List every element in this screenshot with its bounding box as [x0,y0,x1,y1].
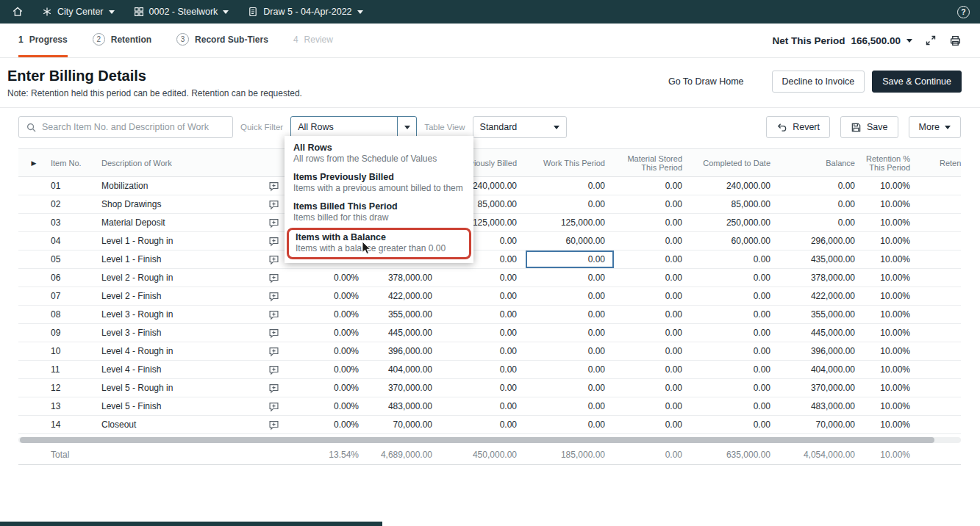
menu-item-items-previously-billed[interactable]: Items Previously Billed Items with a pre… [285,168,473,198]
menu-item-items-with-a-balance[interactable]: Items with a Balance Items with a balanc… [287,228,471,259]
cell-item-no[interactable]: 07 [40,287,99,305]
cell-work-this-period[interactable]: 0.00 [526,269,614,287]
cell-scheduled-value[interactable]: 355,000.00 [368,306,441,323]
cell-description[interactable]: Mobilization [99,177,261,195]
cell-work-this-period[interactable]: 0.00 [526,177,614,195]
cell-balance[interactable]: 435,000.00 [779,251,864,268]
cell-completed-to-date[interactable]: 0.00 [691,361,779,378]
cell-retention-pct[interactable]: 10.00% [864,416,919,433]
cell-balance[interactable]: 396,000.00 [779,342,864,360]
cell-work-this-period[interactable]: 0.00 [526,361,614,378]
cell-material-stored[interactable]: 0.00 [614,397,691,415]
search-box[interactable] [18,116,233,138]
cell-description[interactable]: Level 1 - Finish [99,251,261,268]
cell-item-no[interactable]: 04 [40,232,99,250]
cell-description[interactable]: Level 4 - Rough in [99,342,261,360]
col-header-retention-pct[interactable]: Retention % This Period [864,149,919,176]
cell-pct-complete[interactable]: 0.00% [287,306,368,323]
cell-work-this-period[interactable]: 0.00 [526,379,614,397]
cell-material-stored[interactable]: 0.00 [614,324,691,342]
col-header-work-this-period[interactable]: Work This Period [526,149,614,176]
cell-pct-complete[interactable]: 0.00% [287,361,368,378]
step-retention[interactable]: 2 Retention [93,24,151,57]
cell-item-no[interactable]: 01 [40,177,99,195]
cell-work-this-period[interactable]: 0.00 [526,397,614,415]
decline-to-invoice-button[interactable]: Decline to Invoice [772,71,865,93]
cell-completed-to-date[interactable]: 85,000.00 [691,195,779,213]
help-icon[interactable]: ? [957,6,970,18]
cell-retention-pct[interactable]: 10.00% [864,342,919,360]
col-header-material-stored[interactable]: Material Stored This Period [614,149,691,176]
cell-pct-complete[interactable]: 0.00% [287,287,368,305]
cell-item-no[interactable]: 10 [40,342,99,360]
cell-retention-pct[interactable]: 10.00% [864,306,919,323]
cell-material-stored[interactable]: 0.00 [614,251,691,268]
cell-work-this-period[interactable]: 0.00 [526,416,614,433]
cell-description[interactable]: Material Deposit [99,214,261,231]
cell-material-stored[interactable]: 0.00 [614,306,691,323]
comment-cell[interactable] [261,269,287,287]
comment-cell[interactable] [261,232,287,250]
cell-description[interactable]: Level 5 - Rough in [99,379,261,397]
cell-material-stored[interactable]: 0.00 [614,379,691,397]
more-button[interactable]: More [909,116,961,138]
comment-cell[interactable] [261,251,287,268]
home-button[interactable] [7,6,32,18]
horizontal-scrollbar[interactable] [18,437,961,443]
cell-balance[interactable]: 355,000.00 [779,306,864,323]
cell-pct-complete[interactable]: 0.00% [287,397,368,415]
cell-retention-pct[interactable]: 10.00% [864,361,919,378]
cell-previously-billed[interactable]: 0.00 [441,287,526,305]
cell-pct-complete[interactable]: 0.00% [287,416,368,433]
cell-completed-to-date[interactable]: 0.00 [691,251,779,268]
cell-description[interactable]: Level 3 - Finish [99,324,261,342]
col-header-completed-to-date[interactable]: Completed to Date [691,149,779,176]
cell-previously-billed[interactable]: 0.00 [441,324,526,342]
cell-material-stored[interactable]: 0.00 [614,177,691,195]
cell-previously-billed[interactable]: 0.00 [441,342,526,360]
draw-selector[interactable]: Draw 5 - 04-Apr-2022 [238,0,372,24]
comment-cell[interactable] [261,361,287,378]
cell-completed-to-date[interactable]: 0.00 [691,324,779,342]
cell-completed-to-date[interactable]: 0.00 [691,416,779,433]
cell-pct-complete[interactable]: 0.00% [287,269,368,287]
cell-balance[interactable]: 422,000.00 [779,287,864,305]
cell-work-this-period[interactable]: 0.00 [526,287,614,305]
cell-item-no[interactable]: 05 [40,251,99,268]
save-and-continue-button[interactable]: Save & Continue [872,71,962,93]
go-to-draw-home-link[interactable]: Go To Draw Home [668,76,744,87]
cell-balance[interactable]: 404,000.00 [779,361,864,378]
cell-previously-billed[interactable]: 0.00 [441,397,526,415]
cell-description[interactable]: Level 5 - Finish [99,397,261,415]
cell-description[interactable]: Shop Drawings [99,195,261,213]
scrollbar-thumb[interactable] [20,437,934,443]
cell-item-no[interactable]: 14 [40,416,99,433]
cell-pct-complete[interactable]: 0.00% [287,379,368,397]
cell-material-stored[interactable]: 0.00 [614,287,691,305]
cell-completed-to-date[interactable]: 240,000.00 [691,177,779,195]
step-progress[interactable]: 1 Progress [18,24,68,57]
menu-item-items-billed-this-period[interactable]: Items Billed This Period Items billed fo… [285,198,473,227]
cell-scheduled-value[interactable]: 483,000.00 [368,397,441,415]
cell-balance[interactable]: 378,000.00 [779,269,864,287]
cell-material-stored[interactable]: 0.00 [614,342,691,360]
expand-view-button[interactable] [925,35,937,46]
cell-completed-to-date[interactable]: 250,000.00 [691,214,779,231]
cell-scheduled-value[interactable]: 378,000.00 [368,269,441,287]
cell-retention-pct[interactable]: 10.00% [864,397,919,415]
comment-cell[interactable] [261,342,287,360]
quick-filter-dropdown-button[interactable] [397,117,416,137]
cell-balance[interactable]: 0.00 [779,214,864,231]
cell-retention-pct[interactable]: 10.00% [864,379,919,397]
cell-item-no[interactable]: 11 [40,361,99,378]
cell-previously-billed[interactable]: 0.00 [441,361,526,378]
cell-balance[interactable]: 296,000.00 [779,232,864,250]
cell-material-stored[interactable]: 0.00 [614,416,691,433]
net-this-period-dropdown[interactable]: Net This Period 166,500.00 [772,35,912,46]
cell-retention-pct[interactable]: 10.00% [864,287,919,305]
cell-balance[interactable]: 70,000.00 [779,416,864,433]
comment-cell[interactable] [261,177,287,195]
cell-balance[interactable]: 0.00 [779,177,864,195]
cell-balance[interactable]: 370,000.00 [779,379,864,397]
cell-scheduled-value[interactable]: 70,000.00 [368,416,441,433]
